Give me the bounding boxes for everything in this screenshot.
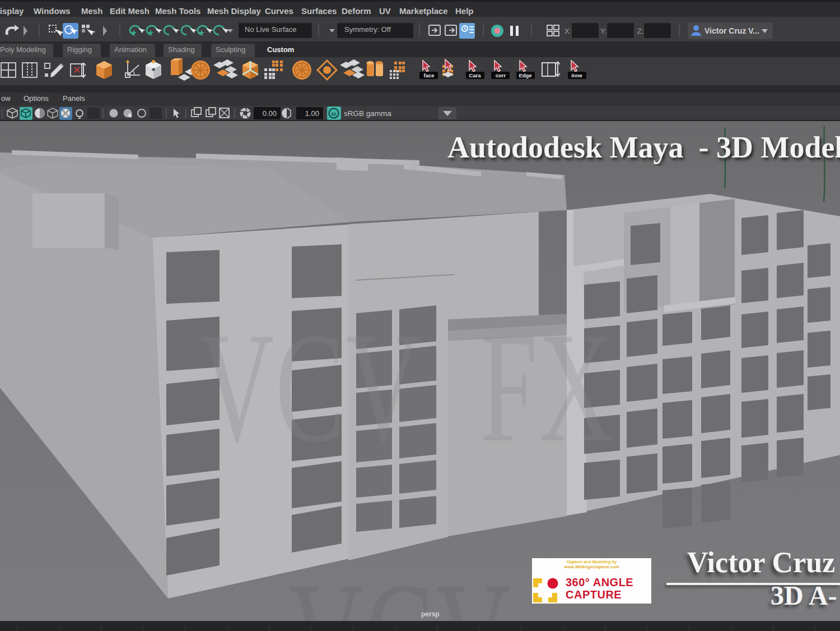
svg-text:1.00: 1.00	[305, 109, 319, 118]
svg-text:sRGB gamma: sRGB gamma	[344, 109, 391, 118]
svg-text:32: 32	[332, 112, 337, 117]
svg-text:0.00: 0.00	[263, 109, 277, 118]
